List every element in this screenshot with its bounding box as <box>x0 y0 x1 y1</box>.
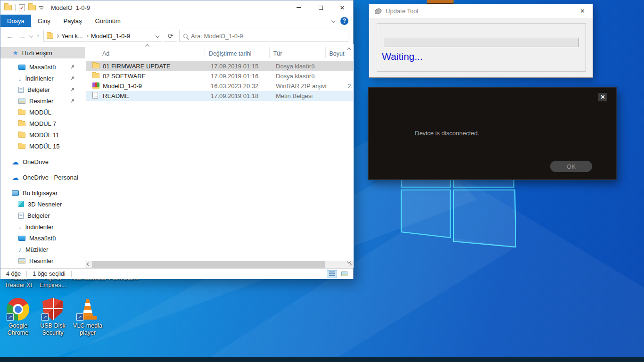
sidebar-item-downloads[interactable]: ↓ İndirilenler <box>0 73 85 84</box>
tab-view[interactable]: Görünüm <box>89 15 127 27</box>
new-folder-icon[interactable] <box>28 5 36 10</box>
file-date: 17.09.2019 01:15 <box>206 63 272 70</box>
properties-check-icon[interactable]: ✓ <box>19 4 25 11</box>
scrollbar-thumb[interactable] <box>92 261 325 268</box>
column-header-name[interactable]: Ad <box>85 47 205 58</box>
desktop-icon-usb-disk-security[interactable]: ↗ USB Disk Security <box>35 298 71 337</box>
thumbnail-view-button[interactable] <box>339 270 349 278</box>
background-window-fragment <box>427 0 454 4</box>
icon-label: USB Disk <box>35 322 71 329</box>
qat-customize-button[interactable] <box>39 6 43 9</box>
tab-share[interactable]: Paylaş <box>57 15 89 27</box>
minimize-button[interactable] <box>288 0 310 15</box>
up-button[interactable]: ↑ <box>34 32 41 40</box>
scroll-up-icon[interactable] <box>347 48 351 51</box>
file-list: Ad Değiştirme tarihi Tür Boyut 01 FIRMWA… <box>85 44 354 268</box>
thumbnail-view-icon <box>341 272 347 276</box>
breadcrumb-item-current[interactable]: ModelO_1-0-9 <box>91 33 130 40</box>
folder-icon <box>18 132 25 138</box>
sidebar-item-modul-15[interactable]: MODÜL 15 <box>0 140 85 152</box>
scroll-left-icon[interactable] <box>87 263 90 266</box>
expand-ribbon-icon[interactable] <box>331 19 335 23</box>
breadcrumb-chevron-icon[interactable] <box>85 34 89 37</box>
close-button[interactable]: ✕ <box>331 0 353 15</box>
file-type: Dosya klasörü <box>272 73 328 80</box>
address-bar-row: ← → ↑ Yeni k... ModelO_1-0-9 ⟳ Ara: Mode… <box>0 27 353 44</box>
sidebar-item-onedrive[interactable]: ☁ OneDrive <box>0 156 85 167</box>
update-tool-titlebar[interactable]: Update Tool ✕ <box>369 4 593 18</box>
sidebar-item-desktop[interactable]: Masaüstü <box>0 61 85 73</box>
sidebar-item-3d-objects[interactable]: 3D Nesneler <box>0 198 85 210</box>
scroll-down-icon[interactable] <box>347 260 351 263</box>
divider <box>71 271 72 277</box>
update-tool-close-button[interactable]: ✕ <box>577 8 588 15</box>
device-disconnected-dialog: ✕ Device is disconnected. OK <box>368 87 617 180</box>
sidebar-item-documents[interactable]: Belgeler <box>0 84 85 95</box>
tab-home[interactable]: Giriş <box>31 15 57 27</box>
file-date: 16.03.2023 20:32 <box>206 82 272 90</box>
sidebar-item-pictures-pc[interactable]: Resimler <box>0 255 85 266</box>
folder-icon <box>18 121 25 126</box>
explorer-titlebar[interactable]: ✓ ModelO_1-0-9 ✕ <box>0 0 353 15</box>
sidebar-item-pictures[interactable]: Resimler <box>0 95 85 107</box>
column-header-date[interactable]: Değiştirme tarihi <box>205 47 270 58</box>
refresh-button[interactable]: ⟳ <box>164 30 177 42</box>
icon-label: player <box>70 329 106 337</box>
navigation-pane: ★ Hızlı erişim Masaüstü ↓ İndirilenler B… <box>0 44 85 268</box>
details-view-button[interactable] <box>327 270 337 278</box>
breadcrumb-item[interactable]: Yeni k... <box>61 33 83 40</box>
selected-count: 1 öğe seçildi <box>27 271 71 277</box>
dialog-close-button[interactable]: ✕ <box>598 93 607 101</box>
desktop-icon-vlc[interactable]: ↗ VLC media player <box>70 298 106 337</box>
sidebar-item-onedrive-personal[interactable]: ☁ OneDrive - Personal <box>0 172 85 183</box>
sidebar-scrollbar[interactable] <box>347 44 352 268</box>
search-input[interactable]: Ara: ModelO_1-0-9 <box>179 30 349 42</box>
address-dropdown-icon[interactable] <box>156 34 159 38</box>
taskbar-edge[interactable] <box>0 357 644 362</box>
update-tool-groupbox: Waiting... <box>377 23 586 72</box>
sidebar-item-modul[interactable]: MODÜL <box>0 107 85 118</box>
file-row-software[interactable]: 02 SOFTWARE 17.09.2019 01:16 Dosya klasö… <box>86 71 353 81</box>
column-header-type[interactable]: Tür <box>270 47 326 58</box>
desktop-icon-google-chrome[interactable]: ↗ Google Chrome <box>0 298 36 337</box>
horizontal-scrollbar[interactable] <box>85 261 354 268</box>
shortcut-arrow-icon: ↗ <box>76 313 83 321</box>
ok-button[interactable]: OK <box>550 161 592 172</box>
file-row-firmware-update[interactable]: 01 FIRMWARE UPDATE 17.09.2019 01:15 Dosy… <box>86 61 353 71</box>
monitor-icon <box>18 236 25 241</box>
breadcrumb-chevron-icon[interactable] <box>56 34 59 37</box>
sidebar-item-modul-7[interactable]: MODÜL 7 <box>0 118 85 129</box>
divider <box>15 4 16 11</box>
sidebar-item-quick-access[interactable]: ★ Hızlı erişim <box>0 47 85 58</box>
sidebar-item-this-pc[interactable]: Bu bilgisayar <box>0 187 85 198</box>
folder-icon <box>92 73 99 78</box>
picture-icon <box>18 258 25 263</box>
file-row-zip-archive[interactable]: ModelO_1-0-9 16.03.2023 20:32 WinRAR ZIP… <box>86 81 353 91</box>
music-note-icon: ♪ <box>18 246 22 253</box>
forward-button[interactable]: → <box>17 32 28 40</box>
column-label: Tür <box>273 50 282 57</box>
sidebar-item-documents-pc[interactable]: Belgeler <box>0 210 85 221</box>
address-bar[interactable]: Yeni k... ModelO_1-0-9 <box>43 30 162 42</box>
sidebar-item-music[interactable]: ♪ Müzikler <box>0 244 85 255</box>
text-document-icon <box>92 92 98 99</box>
column-label: Ad <box>102 50 109 57</box>
sidebar-item-modul-11[interactable]: MODÜL 11 <box>0 129 85 140</box>
cloud-icon: ☁ <box>12 174 19 181</box>
sidebar-item-label: MODÜL 7 <box>29 120 56 127</box>
recent-locations-icon[interactable] <box>29 34 33 38</box>
maximize-button[interactable] <box>310 0 331 15</box>
sidebar-item-desktop-pc[interactable]: Masaüstü <box>0 232 85 244</box>
sidebar-item-downloads-pc[interactable]: ↓ İndirilenler <box>0 221 85 232</box>
computer-icon <box>12 190 19 196</box>
sidebar-item-label: Müzikler <box>25 246 48 253</box>
search-placeholder: Ara: ModelO_1-0-9 <box>191 33 243 40</box>
tab-file[interactable]: Dosya <box>0 15 31 27</box>
sidebar-item-label: Hızlı erişim <box>22 49 52 57</box>
help-icon[interactable]: ? <box>340 17 348 25</box>
icon-label: Google <box>0 322 36 329</box>
folder-icon <box>92 63 99 68</box>
sidebar-item-label: Belgeler <box>27 86 50 93</box>
back-button[interactable]: ← <box>4 32 15 40</box>
file-row-readme[interactable]: README 17.09.2019 01:18 Metin Belgesi <box>86 91 353 101</box>
